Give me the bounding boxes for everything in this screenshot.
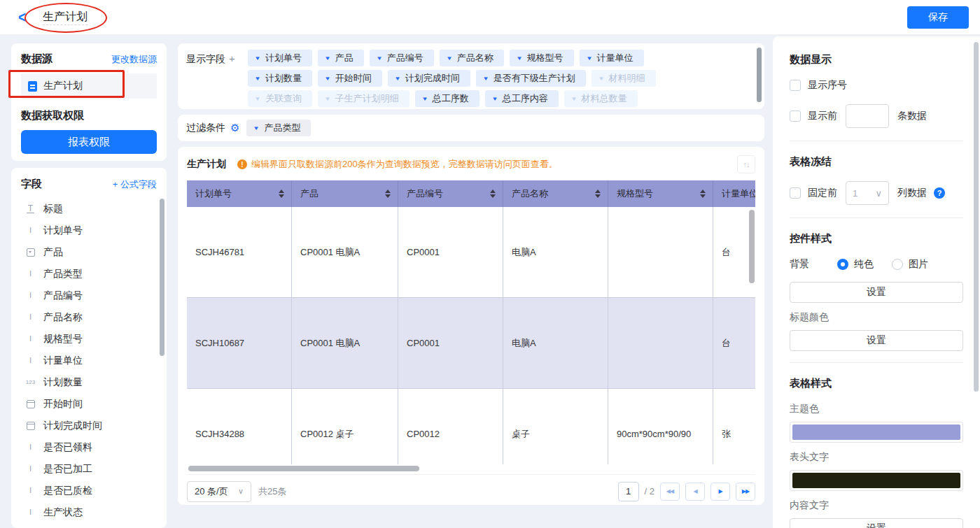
table-horizontal-scrollbar[interactable] (188, 466, 419, 471)
column-header[interactable]: 产品编号 (398, 180, 503, 207)
field-item[interactable]: T标题 (21, 198, 157, 220)
back-icon[interactable]: < (18, 8, 26, 26)
field-chip[interactable]: ▼计划单号 (248, 50, 312, 66)
field-chip[interactable]: ▼计划数量 (248, 70, 312, 87)
show-index-label: 显示序号 (808, 79, 847, 92)
settings-scrollbar[interactable] (974, 42, 979, 392)
page-title[interactable]: 生产计划 (43, 10, 88, 25)
field-item[interactable]: I产品名称 (21, 306, 157, 328)
sort-arrows-icon[interactable] (279, 190, 284, 198)
field-chip[interactable]: ▼规格型号 (510, 50, 574, 66)
field-item[interactable]: I产品类型 (21, 263, 157, 285)
report-permission-button[interactable]: 报表权限 (21, 130, 157, 154)
field-item[interactable]: I是否已质检 (21, 480, 157, 501)
field-chip[interactable]: ▼总工序数 (415, 90, 479, 107)
field-chip[interactable]: ▼计量单位 (580, 50, 644, 66)
field-chip[interactable]: ▼计划完成时间 (388, 70, 470, 87)
column-header[interactable]: 计划单号 (187, 180, 292, 207)
freeze-checkbox[interactable] (790, 187, 801, 199)
fields-card: 字段 + 公式字段 T标题I计划单号产品I产品类型I产品编号I产品名称I规格型号… (11, 168, 167, 528)
column-header[interactable]: 计量单位 (713, 180, 755, 207)
field-item[interactable]: 计划完成时间 (21, 415, 157, 436)
add-field-icon[interactable]: + (229, 52, 235, 64)
chevron-down-icon: ▼ (421, 96, 428, 102)
freeze-count-select[interactable]: 1 ∨ (846, 181, 889, 205)
table-row[interactable]: SCJH46781CP0001 电脑ACP0001电脑A台 (187, 207, 755, 298)
field-item[interactable]: 产品 (21, 241, 157, 263)
field-chip[interactable]: ▼子生产计划明细 (318, 90, 410, 107)
first-page-button[interactable]: ◀◀ (660, 483, 680, 501)
prev-page-button[interactable]: ◀ (685, 483, 705, 501)
field-chip[interactable]: ▼材料总数量 (564, 90, 638, 107)
table-body: SCJH46781CP0001 电脑ACP0001电脑A台SCJH10687CP… (187, 207, 755, 464)
field-label: 计划完成时间 (43, 420, 102, 432)
solid-color-radio[interactable] (837, 259, 848, 270)
show-first-count-input[interactable] (846, 104, 889, 128)
table-row[interactable]: SCJH10687CP0001 电脑ACP0001电脑A台 (187, 298, 755, 389)
field-chip[interactable]: ▼开始时间 (318, 70, 382, 87)
field-item[interactable]: I是否已领料 (21, 436, 157, 458)
chip-label: 开始时间 (335, 72, 372, 85)
field-chip[interactable]: ▼材料明细 (592, 70, 656, 87)
column-header[interactable]: 产品 (292, 180, 398, 207)
date-field-icon (27, 400, 35, 408)
fields-scrollbar[interactable] (160, 199, 164, 356)
add-formula-field-link[interactable]: + 公式字段 (113, 178, 157, 191)
display-fields-label: 显示字段+ (186, 50, 248, 103)
field-item[interactable]: I规格型号 (21, 328, 157, 350)
field-item[interactable]: I是否已加工 (21, 458, 157, 480)
title-color-setting-button[interactable]: 设置 (790, 330, 963, 351)
page-number-input[interactable]: 1 (618, 482, 639, 501)
column-header[interactable]: 规格型号 (608, 180, 713, 207)
field-item[interactable]: I计划单号 (21, 220, 157, 241)
field-label: 是否已领料 (43, 441, 92, 454)
header-text-label: 表头文字 (790, 451, 963, 464)
table-vertical-scrollbar[interactable] (749, 210, 755, 283)
change-datasource-link[interactable]: 更改数据源 (111, 53, 157, 66)
next-page-button[interactable]: ▶ (710, 483, 730, 501)
field-label: 产品 (43, 246, 63, 259)
sort-arrows-icon[interactable] (490, 190, 496, 198)
field-chip[interactable]: ▼是否有下级生产计划 (476, 70, 586, 87)
field-chip[interactable]: ▼关联查询 (248, 90, 312, 107)
field-chip[interactable]: ▼总工序内容 (485, 90, 559, 107)
show-first-checkbox[interactable] (790, 110, 801, 122)
last-page-button[interactable]: ▶▶ (736, 483, 755, 501)
field-chip[interactable]: ▼产品 (318, 50, 364, 66)
field-item[interactable]: 123计划数量 (21, 371, 157, 393)
sort-arrows-icon[interactable] (595, 190, 601, 198)
sort-order-button[interactable]: ↑↓ (737, 155, 755, 173)
column-header[interactable]: 产品名称 (503, 180, 608, 207)
background-setting-button[interactable]: 设置 (790, 282, 963, 303)
field-chip[interactable]: ▼产品编号 (370, 50, 434, 66)
chips-scrollbar[interactable] (757, 48, 762, 102)
image-radio[interactable] (892, 259, 903, 270)
header-text-color-swatch[interactable] (790, 470, 963, 491)
sort-arrows-icon[interactable] (700, 190, 706, 198)
save-button[interactable]: 保存 (907, 6, 969, 29)
content-text-setting-button[interactable]: 设置 (790, 518, 963, 528)
text-field-icon: I (24, 443, 36, 451)
datasource-item[interactable]: 生产计划 (21, 73, 157, 99)
field-item[interactable]: I产品编号 (21, 285, 157, 306)
field-item[interactable]: 开始时间 (21, 393, 157, 415)
field-chip[interactable]: ▼产品名称 (440, 50, 504, 66)
sort-arrows-icon[interactable] (385, 190, 391, 198)
table-row[interactable]: SCJH34288CP0012 桌子CP0012桌子90cm*90cm*90/9… (187, 389, 755, 464)
table-cell: CP0001 电脑A (292, 207, 398, 298)
column-header-label: 产品编号 (407, 187, 443, 200)
theme-color-swatch[interactable] (790, 422, 963, 443)
help-icon[interactable]: ? (934, 187, 945, 199)
show-index-checkbox[interactable] (790, 80, 801, 91)
chip-label: 产品 (335, 52, 354, 64)
page-size-select[interactable]: 20 条/页 ∨ (187, 481, 251, 502)
text-field-icon: I (24, 335, 36, 343)
field-item[interactable]: I生产状态 (21, 501, 157, 523)
table-horizontal-scroll-track (187, 466, 755, 471)
date-field-icon (27, 422, 35, 430)
chip-label: 计划完成时间 (405, 72, 460, 85)
field-chip[interactable]: ▼产品类型 (246, 120, 311, 136)
gear-icon[interactable]: ⚙ (230, 122, 239, 134)
table-cell: CP0001 电脑A (292, 298, 398, 389)
field-item[interactable]: I计量单位 (21, 350, 157, 371)
